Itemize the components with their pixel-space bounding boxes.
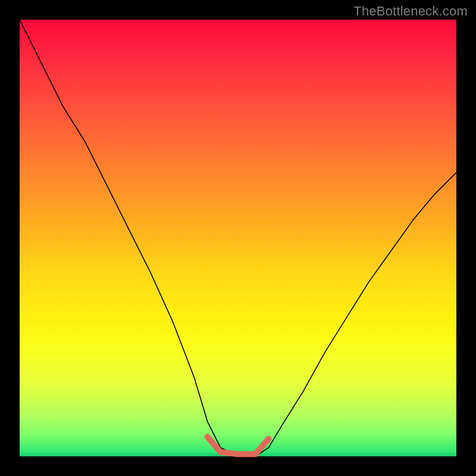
watermark-text: TheBottleneck.com [353, 4, 468, 19]
plot-area [20, 20, 456, 456]
bottleneck-curve [20, 20, 456, 456]
chart-frame: TheBottleneck.com [0, 0, 476, 476]
chart-svg [20, 20, 456, 456]
